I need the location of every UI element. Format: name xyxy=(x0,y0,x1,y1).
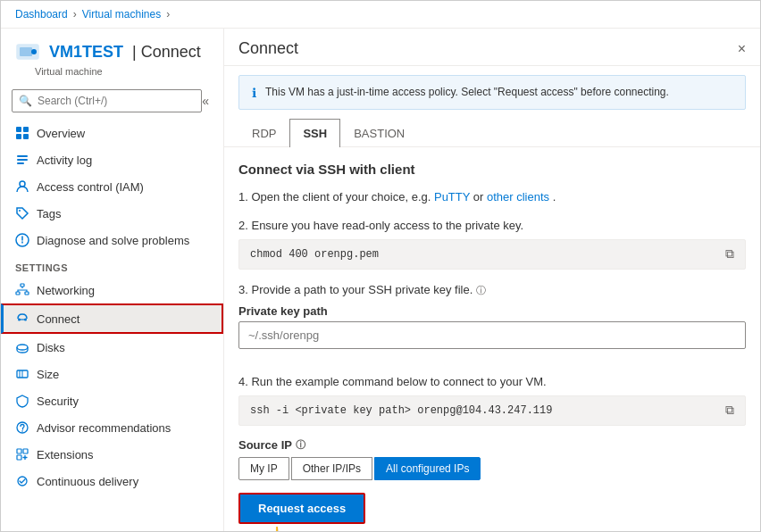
source-ip-section: Source IP ⓘ My IP Other IP/IPs All confi… xyxy=(238,438,746,480)
sidebar-item-continuous[interactable]: Continuous delivery xyxy=(1,468,223,495)
tab-rdp[interactable]: RDP xyxy=(238,119,289,147)
activity-log-icon xyxy=(15,153,29,167)
sidebar-item-tags[interactable]: Tags xyxy=(1,200,223,227)
step-1-text: 1. Open the client of your choice, e.g. … xyxy=(238,189,746,205)
vm-icon xyxy=(15,39,40,64)
private-key-input[interactable] xyxy=(238,321,746,349)
breadcrumb-virtual-machines[interactable]: Virtual machines xyxy=(82,8,162,21)
search-icon: 🔍 xyxy=(19,95,32,107)
step-4-text: 4. Run the example command below to conn… xyxy=(238,374,746,390)
step-3-info-icon: ⓘ xyxy=(476,285,486,295)
my-ip-option[interactable]: My IP xyxy=(238,457,289,480)
breadcrumb: Dashboard › Virtual machines › xyxy=(1,1,760,29)
chmod-command-text: chmod 400 orenpg.pem xyxy=(250,248,379,261)
putty-link[interactable]: PuTTY xyxy=(434,190,470,204)
overview-icon xyxy=(15,126,29,140)
sidebar-item-overview[interactable]: Overview xyxy=(1,120,223,146)
svg-rect-8 xyxy=(17,159,28,161)
other-clients-link[interactable]: other clients xyxy=(487,190,549,204)
page-title-sidebar: | Connect xyxy=(132,43,201,62)
step-4: 4. Run the example command below to conn… xyxy=(238,374,746,426)
step-2-text: 2. Ensure you have read-only access to t… xyxy=(238,218,746,234)
disks-icon xyxy=(15,340,29,354)
info-banner-text: This VM has a just-in-time access policy… xyxy=(265,85,669,100)
sidebar-item-continuous-label: Continuous delivery xyxy=(37,475,138,488)
sidebar-item-advisor[interactable]: Advisor recommendations xyxy=(1,414,223,441)
svg-rect-24 xyxy=(17,449,21,453)
sidebar-item-disks-label: Disks xyxy=(37,341,65,354)
sidebar-item-extensions[interactable]: Extensions xyxy=(1,441,223,468)
sidebar-nav: Overview Activity log Access control (IA… xyxy=(1,120,223,531)
close-button[interactable]: × xyxy=(738,41,746,57)
sidebar-item-tags-label: Tags xyxy=(37,207,61,220)
sidebar-item-connect-label: Connect xyxy=(37,312,79,326)
ssh-command-block: ssh -i <private key path> orenpg@104.43.… xyxy=(238,395,746,426)
source-ip-radio-group: My IP Other IP/IPs All configured IPs xyxy=(238,457,746,480)
cursor-indicator: ☝ xyxy=(265,526,283,531)
networking-icon xyxy=(15,283,29,297)
sidebar-item-connect[interactable]: Connect xyxy=(1,303,223,334)
svg-point-23 xyxy=(21,430,23,432)
sidebar-item-security[interactable]: Security xyxy=(1,387,223,414)
svg-point-18 xyxy=(17,345,28,350)
chmod-copy-icon[interactable]: ⧉ xyxy=(725,247,734,262)
right-panel: Connect × ℹ This VM has a just-in-time a… xyxy=(224,29,760,531)
sidebar-item-networking[interactable]: Networking xyxy=(1,277,223,303)
sidebar-item-activity-log-label: Activity log xyxy=(37,154,92,167)
info-banner: ℹ This VM has a just-in-time access poli… xyxy=(238,75,746,110)
collapse-icon[interactable]: « xyxy=(202,94,209,108)
svg-point-10 xyxy=(20,181,25,187)
sidebar-header: VM1TEST | Connect xyxy=(1,29,223,71)
svg-rect-3 xyxy=(16,127,21,132)
sidebar-item-disks[interactable]: Disks xyxy=(1,334,223,361)
svg-rect-5 xyxy=(16,134,21,139)
main-layout: VM1TEST | Connect Virtual machine 🔍 « Ov… xyxy=(1,29,760,531)
step-3-text: 3. Provide a path to your SSH private ke… xyxy=(238,282,746,298)
all-configured-option[interactable]: All configured IPs xyxy=(374,457,481,480)
sidebar-item-overview-label: Overview xyxy=(37,127,85,140)
svg-rect-26 xyxy=(17,455,21,460)
step-2: 2. Ensure you have read-only access to t… xyxy=(238,218,746,270)
tab-bastion[interactable]: BASTION xyxy=(340,119,418,147)
source-ip-label: Source IP ⓘ xyxy=(238,438,746,452)
app-window: Dashboard › Virtual machines › VM1TEST |… xyxy=(0,0,761,532)
svg-rect-13 xyxy=(16,292,20,295)
other-ips-option[interactable]: Other IP/IPs xyxy=(291,457,372,480)
sidebar-item-access-control[interactable]: Access control (IAM) xyxy=(1,173,223,200)
sidebar-item-advisor-label: Advisor recommendations xyxy=(37,421,171,435)
panel-header: Connect × xyxy=(224,29,760,66)
svg-rect-6 xyxy=(23,134,29,139)
sidebar-item-size[interactable]: Size xyxy=(1,361,223,387)
breadcrumb-dashboard[interactable]: Dashboard xyxy=(15,8,68,21)
svg-rect-12 xyxy=(21,284,24,287)
source-ip-info-icon: ⓘ xyxy=(296,438,305,452)
svg-rect-9 xyxy=(17,162,24,164)
svg-rect-4 xyxy=(23,127,29,132)
ssh-copy-icon[interactable]: ⧉ xyxy=(725,403,734,418)
sidebar-item-diagnose-label: Diagnose and solve problems xyxy=(37,234,189,247)
sidebar: VM1TEST | Connect Virtual machine 🔍 « Ov… xyxy=(1,29,224,531)
chmod-command-block: chmod 400 orenpg.pem ⧉ xyxy=(238,239,746,270)
section-title: Connect via SSH with client xyxy=(238,162,746,177)
connect-title: Connect xyxy=(238,39,298,58)
sidebar-item-diagnose[interactable]: Diagnose and solve problems xyxy=(1,227,223,254)
info-icon: ℹ xyxy=(252,86,256,100)
sidebar-item-size-label: Size xyxy=(37,368,59,381)
sidebar-item-activity-log[interactable]: Activity log xyxy=(1,146,223,173)
size-icon xyxy=(15,367,29,381)
svg-rect-1 xyxy=(20,47,32,56)
extensions-icon xyxy=(15,447,29,461)
tab-ssh[interactable]: SSH xyxy=(289,119,340,147)
sidebar-item-extensions-label: Extensions xyxy=(37,448,94,461)
step-1: 1. Open the client of your choice, e.g. … xyxy=(238,189,746,205)
continuous-icon xyxy=(15,474,29,488)
ssh-command-text: ssh -i <private key path> orenpg@104.43.… xyxy=(250,404,552,417)
sidebar-item-access-control-label: Access control (IAM) xyxy=(37,180,144,194)
ssh-content: Connect via SSH with client 1. Open the … xyxy=(224,147,760,531)
search-input[interactable] xyxy=(12,89,202,112)
request-access-button[interactable]: Request access xyxy=(238,493,365,524)
tabs-container: RDP SSH BASTION xyxy=(224,119,760,147)
advisor-icon xyxy=(15,420,29,435)
request-access-container: Request access ☝ xyxy=(238,493,746,531)
diagnose-icon xyxy=(15,233,29,247)
